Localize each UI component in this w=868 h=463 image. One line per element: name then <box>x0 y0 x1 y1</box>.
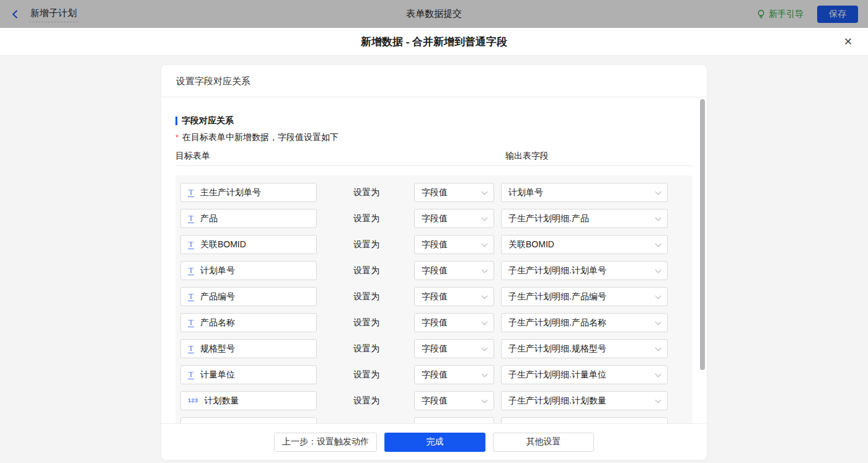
chevron-down-icon <box>655 293 662 299</box>
output-field-text: 子生产计划明细.计量单位 <box>508 369 606 381</box>
beginner-guide-label: 新手引导 <box>769 9 804 20</box>
field-name: 计划数量 <box>205 395 239 407</box>
set-as-label: 设置为 <box>353 339 379 358</box>
text-field-icon: T <box>188 318 194 327</box>
value-type-select[interactable] <box>414 417 494 423</box>
output-field-select[interactable]: 子生产计划明细.产品编号 <box>501 287 668 306</box>
output-field-select[interactable]: 子生产计划明细.计划数量 <box>501 391 668 410</box>
output-field-text: 子生产计划明细.产品编号 <box>508 291 606 302</box>
field-name: 产品编号 <box>200 291 235 302</box>
chevron-left-icon <box>10 9 21 20</box>
card-footer: 上一步：设置触发动作 完成 其他设置 <box>161 423 707 460</box>
chevron-down-icon <box>482 345 488 351</box>
chevron-down-icon <box>482 240 488 247</box>
set-as-label: 设置为 <box>353 235 379 254</box>
required-asterisk: * <box>175 133 179 142</box>
column-header-target-form: 目标表单 <box>175 151 210 162</box>
target-field-box[interactable]: T 产品名称 <box>180 313 317 332</box>
value-type-select[interactable]: 字段值 <box>414 391 494 410</box>
value-type-select[interactable]: 字段值 <box>414 313 494 332</box>
field-mapping-row <box>180 417 688 423</box>
card-header-title: 设置字段对应关系 <box>161 65 707 97</box>
target-field-box[interactable] <box>180 417 317 423</box>
text-field-icon: T <box>188 370 194 379</box>
text-field-icon: T <box>188 188 194 197</box>
target-field-box[interactable]: T 主生产计划单号 <box>180 183 317 202</box>
target-field-box[interactable]: T 关联BOMID <box>180 235 317 254</box>
output-field-select[interactable]: 子生产计划明细.计量单位 <box>501 365 668 384</box>
value-type-text: 字段值 <box>422 265 448 276</box>
flow-title[interactable]: 新增子计划 <box>29 6 78 22</box>
beginner-guide-link[interactable]: 新手引导 <box>756 9 804 20</box>
set-as-label: 设置为 <box>353 391 379 410</box>
target-field-box[interactable]: T 规格型号 <box>180 339 317 358</box>
target-field-box[interactable]: T 产品编号 <box>180 287 317 306</box>
chevron-down-icon <box>482 371 488 377</box>
done-button[interactable]: 完成 <box>384 433 485 452</box>
scrollbar-thumb[interactable] <box>700 99 705 370</box>
previous-step-button[interactable]: 上一步：设置触发动作 <box>274 433 377 452</box>
value-type-text: 字段值 <box>422 239 448 250</box>
chevron-down-icon <box>482 267 488 273</box>
value-type-select[interactable]: 字段值 <box>414 209 494 228</box>
target-field-box[interactable]: 123 计划数量 <box>180 391 317 410</box>
value-type-select[interactable]: 字段值 <box>414 235 494 254</box>
target-field-box[interactable]: T 计划单号 <box>180 261 317 280</box>
chevron-down-icon <box>482 214 488 221</box>
modal-body: 设置字段对应关系 字段对应关系 *在目标表单中新增数据，字段值设置如下 目标表单… <box>0 56 868 463</box>
field-mapping-row: T 产品编号 设置为 字段值 子生产计划明细.产品编号 <box>180 287 688 306</box>
set-as-label: 设置为 <box>353 261 379 280</box>
value-type-select[interactable]: 字段值 <box>414 183 494 202</box>
output-field-select[interactable]: 子生产计划明细.产品名称 <box>501 313 668 332</box>
required-hint: *在目标表单中新增数据，字段值设置如下 <box>175 132 693 143</box>
value-type-text: 字段值 <box>422 187 448 198</box>
field-name: 计量单位 <box>200 369 235 381</box>
field-mapping-row: T 主生产计划单号 设置为 字段值 计划单号 <box>180 183 688 202</box>
field-name: 产品 <box>200 213 218 224</box>
column-header-output-fields: 输出表字段 <box>505 151 549 162</box>
field-name: 主生产计划单号 <box>200 187 261 198</box>
close-icon[interactable]: ✕ <box>844 37 852 47</box>
field-name: 关联BOMID <box>200 239 246 250</box>
chevron-down-icon <box>655 371 662 377</box>
target-field-box[interactable]: T 计量单位 <box>180 365 317 384</box>
save-button[interactable]: 保存 <box>817 6 858 23</box>
chevron-down-icon <box>482 397 488 403</box>
output-field-select[interactable]: 关联BOMID <box>501 235 668 254</box>
chevron-down-icon <box>655 397 662 403</box>
rows-panel: T 主生产计划单号 设置为 字段值 计划单号 T 产品 设置为 字段值 子生产计… <box>175 175 693 423</box>
output-field-text: 子生产计划明细.计划数量 <box>508 395 606 407</box>
output-field-select[interactable]: 子生产计划明细.产品 <box>501 209 668 228</box>
chevron-down-icon <box>655 188 662 195</box>
value-type-select[interactable]: 字段值 <box>414 287 494 306</box>
output-field-text: 子生产计划明细.产品名称 <box>508 317 606 329</box>
value-type-select[interactable]: 字段值 <box>414 365 494 384</box>
value-type-text: 字段值 <box>422 395 448 407</box>
output-field-select[interactable]: 计划单号 <box>501 183 668 202</box>
value-type-select[interactable]: 字段值 <box>414 261 494 280</box>
chevron-down-icon <box>482 423 488 423</box>
chevron-down-icon <box>655 214 662 221</box>
text-field-icon: T <box>188 240 194 249</box>
output-field-select[interactable]: 子生产计划明细.计划单号 <box>501 261 668 280</box>
text-field-icon: T <box>188 292 194 301</box>
set-as-label: 设置为 <box>353 209 379 228</box>
field-name: 规格型号 <box>200 343 235 355</box>
other-settings-button[interactable]: 其他设置 <box>493 433 594 452</box>
chevron-down-icon <box>482 188 488 195</box>
value-type-select[interactable]: 字段值 <box>414 339 494 358</box>
output-field-text: 子生产计划明细.产品 <box>508 213 589 224</box>
value-type-text: 字段值 <box>422 317 448 329</box>
set-as-label: 设置为 <box>353 365 379 384</box>
field-mapping-row: 123 计划数量 设置为 字段值 子生产计划明细.计划数量 <box>180 391 688 410</box>
chevron-down-icon <box>655 267 662 273</box>
output-field-select[interactable]: 子生产计划明细.规格型号 <box>501 339 668 358</box>
target-field-box[interactable]: T 产品 <box>180 209 317 228</box>
chevron-down-icon <box>655 240 662 247</box>
text-field-icon: T <box>188 344 194 353</box>
lightbulb-icon <box>756 9 766 19</box>
section-accent-bar <box>175 117 177 125</box>
chevron-down-icon <box>482 319 488 325</box>
output-field-select[interactable] <box>501 417 668 423</box>
back-button[interactable] <box>10 9 21 20</box>
